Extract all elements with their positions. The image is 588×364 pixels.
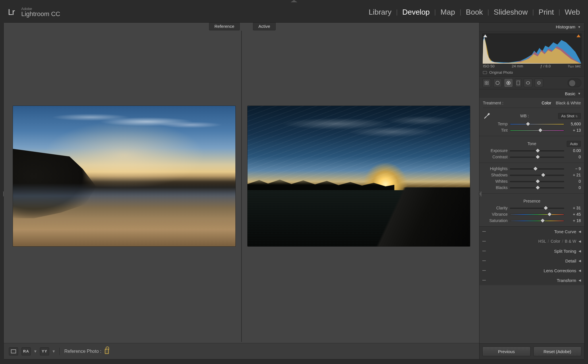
brand-name: Lightroom CC	[21, 11, 60, 17]
saturation-value[interactable]: + 18	[566, 218, 581, 223]
view-tabs: Reference Active	[4, 23, 479, 31]
view-mode-ra-button[interactable]: RA	[22, 347, 31, 355]
vibrance-value[interactable]: + 45	[566, 212, 581, 217]
vibrance-label: Vibrance	[483, 212, 508, 217]
histogram-chart[interactable]	[482, 34, 581, 64]
histogram-title: Histogram	[556, 24, 575, 29]
svg-rect-2	[487, 81, 488, 83]
shadows-slider[interactable]	[510, 173, 564, 177]
detail-panel[interactable]: Detail◀	[479, 256, 584, 266]
tint-value[interactable]: + 13	[566, 128, 581, 133]
histogram-header[interactable]: Histogram ▼	[479, 23, 584, 31]
svg-point-5	[496, 81, 499, 85]
basic-panel: Basic ▼ Treatment : Color Black & White …	[479, 89, 584, 227]
previous-button[interactable]: Previous	[482, 347, 531, 356]
view-mode-yy-button[interactable]: YY	[40, 347, 49, 355]
lock-icon[interactable]	[105, 349, 109, 354]
hsl-panel[interactable]: HSL/ Color/ B & W ◀	[479, 236, 584, 246]
reference-pane[interactable]	[4, 31, 241, 342]
svg-point-7	[508, 82, 509, 83]
temp-slider[interactable]	[510, 122, 564, 126]
reference-photo-label: Reference Photo :	[64, 349, 101, 354]
before-after-switch[interactable]	[568, 79, 581, 87]
blacks-slider[interactable]	[510, 186, 564, 190]
meta-focal: 24 mm	[512, 64, 523, 68]
blacks-value[interactable]: 0	[566, 185, 581, 190]
treatment-bw[interactable]: Black & White	[556, 101, 581, 105]
svg-rect-3	[485, 83, 486, 85]
tab-active[interactable]: Active	[253, 23, 276, 30]
wb-select[interactable]: As Shot ⇅	[558, 113, 581, 119]
module-web[interactable]: Web	[565, 8, 580, 17]
treatment-color[interactable]: Color	[541, 101, 551, 105]
exposure-slider[interactable]	[510, 149, 564, 153]
top-panel-expand-arrow[interactable]	[291, 0, 297, 2]
view-mode-loupe-button[interactable]	[9, 347, 18, 355]
temp-value[interactable]: 5,600	[566, 122, 581, 126]
reset-button[interactable]: Reset (Adobe)	[533, 347, 582, 356]
treatment-label: Treatment :	[483, 101, 503, 105]
reference-photo[interactable]	[13, 106, 235, 246]
exposure-value[interactable]: 0.00	[566, 148, 581, 153]
exposure-label: Exposure	[483, 148, 508, 153]
svg-rect-1	[485, 81, 486, 83]
presence-title: Presence	[523, 199, 540, 203]
auto-tone-button[interactable]: Auto	[567, 141, 581, 147]
tint-slider[interactable]	[510, 128, 564, 132]
clarity-label: Clarity	[483, 206, 508, 210]
module-develop[interactable]: Develop	[402, 8, 430, 17]
shadows-value[interactable]: + 21	[566, 173, 581, 177]
module-library[interactable]: Library	[369, 8, 391, 17]
spot-tool-button[interactable]	[493, 79, 502, 87]
tab-reference[interactable]: Reference	[209, 23, 240, 30]
right-panel-collapse-arrow[interactable]	[479, 191, 481, 197]
histogram-meta: ISO 50 24 mm ƒ / 8.0 ¹⁄₁₂₅ sec	[483, 64, 581, 68]
chevron-left-icon: ◀	[579, 259, 581, 263]
redeye-tool-button[interactable]	[504, 79, 513, 87]
clarity-value[interactable]: + 31	[566, 206, 581, 210]
highlights-value[interactable]: − 9	[566, 166, 581, 171]
crop-tool-button[interactable]	[482, 79, 491, 87]
transform-panel[interactable]: Transform◀	[479, 275, 584, 285]
brand: Lr Adobe Lightroom CC	[5, 6, 60, 18]
tint-label: Tint	[483, 128, 508, 133]
tone-curve-title: Tone Curve	[554, 229, 576, 234]
lens-corrections-panel[interactable]: Lens Corrections◀	[479, 266, 584, 275]
active-pane[interactable]	[242, 31, 479, 342]
whites-slider[interactable]	[510, 179, 564, 183]
wb-eyedropper-icon[interactable]	[483, 112, 491, 120]
contrast-slider[interactable]	[510, 155, 564, 159]
contrast-value[interactable]: 0	[566, 155, 581, 159]
basic-header[interactable]: Basic ▼	[479, 89, 584, 98]
highlights-slider[interactable]	[510, 167, 564, 171]
tone-curve-panel[interactable]: Tone Curve◀	[479, 227, 584, 236]
lens-corrections-title: Lens Corrections	[544, 268, 576, 273]
split-toning-panel[interactable]: Split Toning◀	[479, 246, 584, 256]
chevron-down-icon: ▼	[578, 92, 581, 95]
hsl-title: HSL/ Color/ B & W	[538, 239, 576, 244]
temp-label: Temp	[483, 122, 508, 126]
tone-title: Tone	[527, 141, 536, 146]
module-print[interactable]: Print	[539, 8, 554, 17]
module-slideshow[interactable]: Slideshow	[494, 8, 528, 17]
brand-adobe: Adobe	[21, 7, 60, 11]
clarity-slider[interactable]	[510, 206, 564, 210]
brush-tool-button[interactable]	[535, 79, 543, 87]
meta-shutter: ¹⁄₁₂₅ sec	[568, 64, 581, 68]
grad-filter-button[interactable]	[515, 79, 521, 87]
right-panel: Histogram ▼ ISO 50 24 mm ƒ / 8.0 ¹⁄₁₂₅ s…	[479, 23, 584, 359]
saturation-slider[interactable]	[510, 219, 564, 223]
chevron-left-icon: ◀	[579, 279, 581, 282]
wb-label: WB :	[493, 114, 556, 118]
split-toning-title: Split Toning	[554, 249, 576, 254]
svg-rect-8	[517, 81, 520, 85]
module-book[interactable]: Book	[466, 8, 483, 17]
active-photo[interactable]	[247, 106, 470, 246]
chevron-left-icon: ◀	[579, 240, 581, 243]
original-photo-icon[interactable]	[483, 71, 487, 74]
module-map[interactable]: Map	[440, 8, 455, 17]
vibrance-slider[interactable]	[510, 212, 564, 216]
whites-value[interactable]: 0	[566, 179, 581, 184]
original-photo-label: Original Photo	[489, 70, 513, 75]
radial-filter-button[interactable]	[524, 79, 532, 87]
